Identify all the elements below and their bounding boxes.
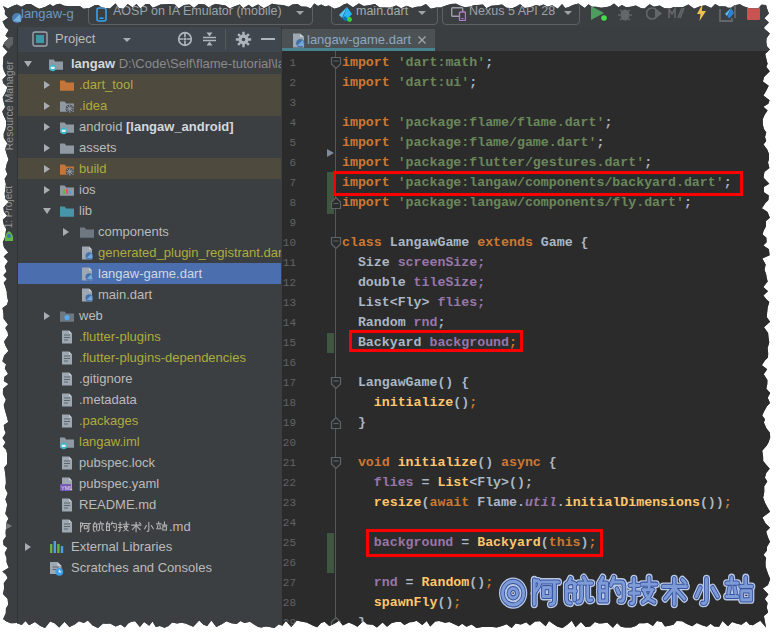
svg-text:YML: YML: [61, 485, 72, 491]
